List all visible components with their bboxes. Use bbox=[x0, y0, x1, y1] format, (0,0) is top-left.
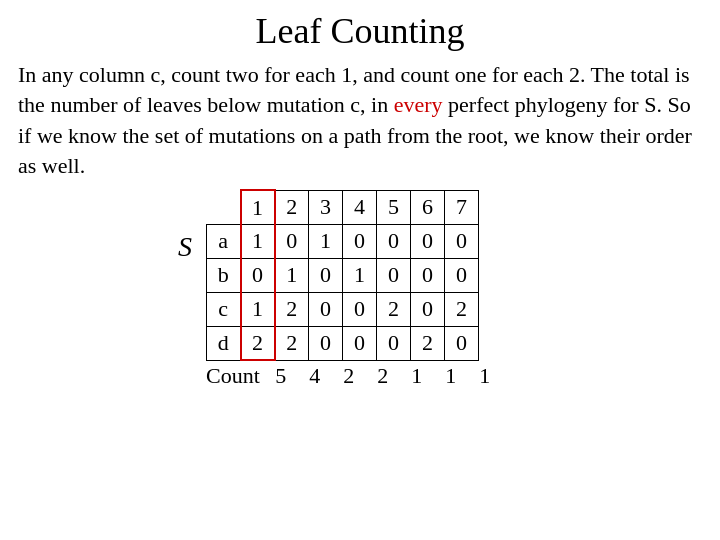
count-val-1: 5 bbox=[264, 363, 298, 389]
col-header-7: 7 bbox=[445, 190, 479, 224]
count-val-2: 4 bbox=[298, 363, 332, 389]
cell-a-4: 0 bbox=[343, 224, 377, 258]
cell-a-3: 1 bbox=[309, 224, 343, 258]
cell-a-7: 0 bbox=[445, 224, 479, 258]
cell-d-3: 0 bbox=[309, 326, 343, 360]
cell-b-4: 1 bbox=[343, 258, 377, 292]
row-label-c: c bbox=[207, 292, 241, 326]
description-text: In any column c, count two for each 1, a… bbox=[18, 60, 702, 181]
count-val-4: 2 bbox=[366, 363, 400, 389]
cell-c-4: 0 bbox=[343, 292, 377, 326]
row-label-b: b bbox=[207, 258, 241, 292]
cell-a-1: 1 bbox=[241, 224, 275, 258]
cell-a-6: 0 bbox=[411, 224, 445, 258]
matrix-table: 1 2 3 4 5 6 7 a 1 0 1 0 0 0 0 b 0 1 bbox=[206, 189, 479, 361]
cell-d-5: 0 bbox=[377, 326, 411, 360]
cell-b-3: 0 bbox=[309, 258, 343, 292]
bottom-section: S 1 2 3 4 5 6 7 a 1 0 1 0 0 0 0 bbox=[18, 189, 702, 389]
cell-c-7: 2 bbox=[445, 292, 479, 326]
cell-b-2: 1 bbox=[275, 258, 309, 292]
page-title: Leaf Counting bbox=[18, 10, 702, 52]
count-val-7: 1 bbox=[468, 363, 502, 389]
col-header-1: 1 bbox=[241, 190, 275, 224]
table-row-d: d 2 2 0 0 0 2 0 bbox=[207, 326, 479, 360]
header-corner bbox=[207, 190, 241, 224]
cell-c-6: 0 bbox=[411, 292, 445, 326]
highlighted-word: every bbox=[394, 92, 443, 117]
count-values: 5 4 2 2 1 1 1 bbox=[264, 363, 502, 389]
count-row: Count 5 4 2 2 1 1 1 bbox=[206, 363, 502, 389]
col-header-4: 4 bbox=[343, 190, 377, 224]
cell-a-2: 0 bbox=[275, 224, 309, 258]
cell-b-6: 0 bbox=[411, 258, 445, 292]
cell-c-1: 1 bbox=[241, 292, 275, 326]
col-header-5: 5 bbox=[377, 190, 411, 224]
cell-d-7: 0 bbox=[445, 326, 479, 360]
table-row-b: b 0 1 0 1 0 0 0 bbox=[207, 258, 479, 292]
col-header-6: 6 bbox=[411, 190, 445, 224]
col-header-3: 3 bbox=[309, 190, 343, 224]
table-header-row: 1 2 3 4 5 6 7 bbox=[207, 190, 479, 224]
count-val-5: 1 bbox=[400, 363, 434, 389]
count-label: Count bbox=[206, 363, 260, 389]
count-val-3: 2 bbox=[332, 363, 366, 389]
cell-a-5: 0 bbox=[377, 224, 411, 258]
row-label-a: a bbox=[207, 224, 241, 258]
cell-c-3: 0 bbox=[309, 292, 343, 326]
cell-d-6: 2 bbox=[411, 326, 445, 360]
count-val-6: 1 bbox=[434, 363, 468, 389]
cell-d-1: 2 bbox=[241, 326, 275, 360]
s-label: S bbox=[178, 231, 192, 263]
cell-b-7: 0 bbox=[445, 258, 479, 292]
cell-c-2: 2 bbox=[275, 292, 309, 326]
cell-d-4: 0 bbox=[343, 326, 377, 360]
table-row-a: a 1 0 1 0 0 0 0 bbox=[207, 224, 479, 258]
col-header-2: 2 bbox=[275, 190, 309, 224]
matrix-table-wrapper: 1 2 3 4 5 6 7 a 1 0 1 0 0 0 0 b 0 1 bbox=[206, 189, 502, 389]
cell-b-5: 0 bbox=[377, 258, 411, 292]
cell-b-1: 0 bbox=[241, 258, 275, 292]
cell-d-2: 2 bbox=[275, 326, 309, 360]
table-row-c: c 1 2 0 0 2 0 2 bbox=[207, 292, 479, 326]
row-label-d: d bbox=[207, 326, 241, 360]
cell-c-5: 2 bbox=[377, 292, 411, 326]
